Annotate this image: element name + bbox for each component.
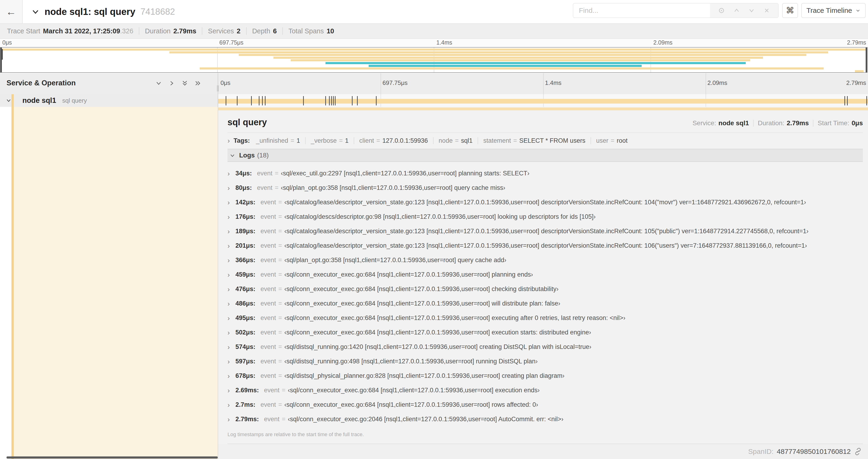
trace-collapse-icon[interactable] — [31, 8, 39, 15]
logs-section-header[interactable]: Logs (18) — [227, 149, 863, 162]
deep-link-icon[interactable] — [854, 448, 862, 456]
log-row[interactable]: ›2.7ms:event=‹sql/conn_executor_exec.go:… — [227, 401, 863, 416]
log-tick — [329, 96, 330, 105]
divider — [202, 27, 202, 35]
span-collapse-icon[interactable] — [6, 97, 12, 104]
logs-list: ›34μs:event=‹sql/exec_util.go:2297 [nsql… — [227, 162, 863, 430]
log-row[interactable]: ›574μs:event=‹sql/distsql_running.go:142… — [227, 343, 863, 358]
log-timestamp: 2.79ms: — [236, 416, 259, 423]
span-id-label: SpanID: — [748, 448, 774, 456]
divider — [433, 137, 434, 144]
collapse-one-icon[interactable] — [155, 80, 162, 87]
span-color-accent — [11, 94, 14, 107]
equals-sign: = — [278, 358, 282, 365]
log-row[interactable]: ›34μs:event=‹sql/exec_util.go:2297 [nsql… — [227, 170, 863, 184]
log-tick — [259, 96, 259, 105]
tag-key: user — [596, 137, 609, 144]
span-name-cell[interactable]: node sql1 sql query — [0, 94, 218, 107]
equals-sign: = — [611, 137, 614, 144]
log-tick — [226, 96, 226, 105]
equals-sign: = — [339, 137, 343, 144]
log-tick — [303, 96, 304, 105]
log-tick — [335, 96, 336, 105]
log-timestamp: 678μs: — [236, 372, 255, 380]
log-row[interactable]: ›176μs:event=‹sql/catalog/descs/descript… — [227, 213, 863, 228]
log-row[interactable]: ›486μs:event=‹sql/conn_executor_exec.go:… — [227, 300, 863, 315]
span-row: node sql1 sql query — [0, 94, 868, 107]
log-event-value: ‹sql/catalog/descs/descriptor.go:98 [nsq… — [284, 213, 595, 220]
tag: node=sql1 — [439, 137, 472, 144]
minimap-left-scrubber[interactable] — [0, 47, 2, 72]
logs-count: (18) — [257, 152, 269, 159]
back-button[interactable]: ← — [0, 0, 23, 23]
log-event-value: ‹sql/plan_opt.go:358 [nsql1,client=127.0… — [281, 184, 505, 192]
start-time-label: Start Time: — [817, 120, 849, 127]
log-timestamp: 476μs: — [236, 286, 255, 293]
collapse-all-icon[interactable] — [181, 80, 188, 87]
tags-row[interactable]: › Tags: _unfinished=1_verbose=1client=12… — [227, 137, 863, 144]
equals-sign: = — [278, 300, 282, 307]
span-detail-footer: SpanID: 4877749850101760812 — [218, 444, 868, 459]
expand-all-icon[interactable] — [194, 80, 202, 87]
trace-start-value: March 31 2022, 17:25:09 — [43, 27, 120, 35]
expand-one-icon[interactable] — [168, 80, 175, 87]
span-duration-bar[interactable] — [218, 99, 868, 104]
log-tick — [237, 96, 238, 105]
log-row[interactable]: ›201μs:event=‹sql/catalog/lease/descript… — [227, 242, 863, 257]
log-row[interactable]: ›459μs:event=‹sql/conn_executor_exec.go:… — [227, 271, 863, 286]
equals-sign: = — [278, 401, 282, 408]
log-row[interactable]: ›495μs:event=‹sql/conn_executor_exec.go:… — [227, 315, 863, 329]
minimap-right-scrubber[interactable] — [866, 47, 867, 72]
log-row[interactable]: ›476μs:event=‹sql/conn_executor_exec.go:… — [227, 286, 863, 300]
chevron-right-icon: › — [227, 137, 230, 144]
log-field-name: event — [260, 228, 276, 235]
tag-key: statement — [483, 137, 511, 144]
command-icon: ⌘ — [786, 6, 794, 15]
log-tick — [357, 96, 358, 105]
trace-view-selector[interactable]: Trace Timeline — [801, 3, 866, 18]
log-timestamp: 201μs: — [236, 242, 255, 249]
service-operation-header-cell: Service & Operation — [0, 73, 218, 94]
divider — [354, 137, 354, 144]
chevron-right-icon: › — [227, 271, 232, 279]
start-time-value: 0μs — [852, 120, 863, 127]
minimap-tick-label: 2.79ms — [847, 39, 866, 46]
find-input[interactable] — [573, 3, 710, 18]
log-tick — [325, 96, 326, 105]
log-row[interactable]: ›678μs:event=‹sql/distsql_physical_plann… — [227, 372, 863, 387]
find-prev-icon[interactable] — [733, 7, 740, 14]
minimap-tick-label: 2.09ms — [653, 39, 673, 46]
log-row[interactable]: ›2.79ms:event=‹sql/conn_executor_exec.go… — [227, 416, 863, 430]
log-event-value: ‹sql/catalog/lease/descriptor_version_st… — [284, 242, 807, 249]
minimap-canvas[interactable] — [0, 47, 868, 73]
log-row[interactable]: ›2.69ms:event=‹sql/conn_executor_exec.go… — [227, 387, 863, 401]
chevron-right-icon: › — [227, 372, 232, 380]
ruler-tick-label: 697.75μs — [382, 79, 408, 87]
log-row[interactable]: ›80μs:event=‹sql/plan_opt.go:358 [nsql1,… — [227, 184, 863, 199]
span-operation-name: sql query — [62, 97, 87, 104]
chevron-right-icon: › — [227, 329, 232, 336]
horizontal-scrollbar[interactable] — [6, 456, 218, 459]
log-field-name: event — [260, 286, 276, 293]
log-row[interactable]: ›142μs:event=‹sql/catalog/lease/descript… — [227, 199, 863, 213]
equals-sign: = — [282, 387, 286, 394]
log-field-name: event — [264, 387, 280, 394]
timeline-ruler: 0μs 697.75μs 1.4ms 2.09ms 2.79ms — [218, 73, 868, 94]
log-tick — [331, 96, 332, 105]
log-row[interactable]: ›502μs:event=‹sql/conn_executor_exec.go:… — [227, 329, 863, 343]
log-row[interactable]: ›366μs:event=‹sql/plan_opt.go:358 [nsql1… — [227, 257, 863, 271]
log-field-name: event — [260, 343, 276, 351]
log-row[interactable]: ›189μs:event=‹sql/catalog/lease/descript… — [227, 228, 863, 242]
locate-icon[interactable] — [718, 7, 725, 14]
equals-sign: = — [278, 199, 282, 206]
keyboard-shortcuts-button[interactable]: ⌘ — [782, 3, 798, 18]
depth-value: 6 — [273, 27, 277, 35]
log-field-name: event — [260, 199, 276, 206]
find-clear-icon[interactable] — [763, 7, 770, 14]
log-timestamp: 34μs: — [236, 170, 252, 177]
minimap-span-bar — [200, 67, 824, 69]
span-id-value: 4877749850101760812 — [777, 448, 851, 456]
find-next-icon[interactable] — [748, 7, 755, 14]
equals-sign: = — [278, 343, 282, 351]
log-row[interactable]: ›597μs:event=‹sql/distsql_running.go:498… — [227, 358, 863, 372]
